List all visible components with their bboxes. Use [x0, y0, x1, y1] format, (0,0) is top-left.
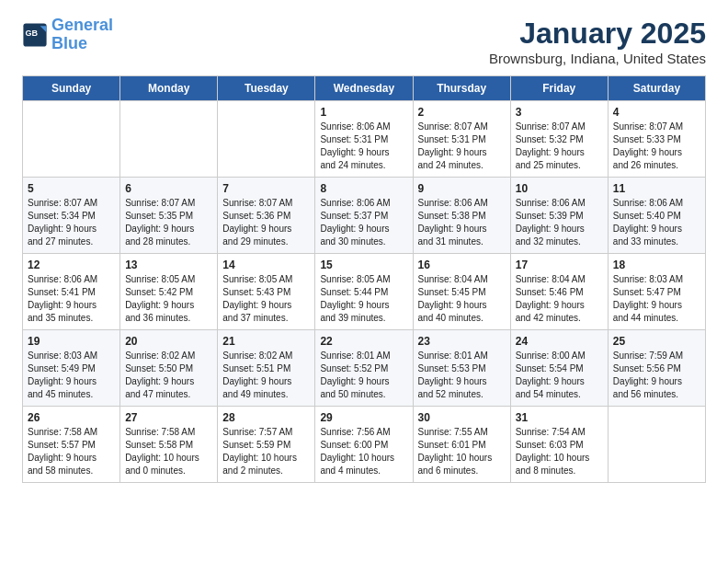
cell-text-line: Sunrise: 8:02 AM — [222, 350, 310, 362]
cell-text-line: Daylight: 10 hours — [222, 452, 310, 465]
calendar-cell: 21Sunrise: 8:02 AMSunset: 5:51 PMDayligh… — [218, 330, 315, 407]
header: GB General Blue January 2025 Brownsburg,… — [22, 17, 706, 66]
cell-text-line: Sunset: 5:54 PM — [516, 362, 603, 375]
cell-text-line: and 0 minutes. — [125, 465, 212, 477]
day-number: 16 — [418, 259, 506, 271]
cell-text-line: and 44 minutes. — [613, 312, 700, 325]
calendar-cell — [218, 101, 315, 178]
cell-text-line: Sunset: 5:31 PM — [320, 133, 407, 146]
cell-text-line: Daylight: 9 hours — [222, 299, 310, 312]
logo-icon: GB — [22, 22, 48, 48]
cell-text-line: and 8 minutes. — [516, 465, 603, 477]
day-number: 19 — [28, 335, 115, 348]
calendar-cell: 6Sunrise: 8:07 AMSunset: 5:35 PMDaylight… — [120, 178, 218, 254]
weekday-header-monday: Monday — [120, 76, 218, 101]
cell-text-line: and 42 minutes. — [516, 312, 603, 325]
cell-text-line: and 36 minutes. — [125, 312, 212, 325]
calendar-cell: 10Sunrise: 8:06 AMSunset: 5:39 PMDayligh… — [510, 178, 608, 254]
calendar-cell: 30Sunrise: 7:55 AMSunset: 6:01 PMDayligh… — [413, 407, 510, 483]
cell-text-line: Sunset: 6:01 PM — [418, 439, 506, 452]
day-number: 28 — [222, 411, 310, 424]
cell-text-line: Daylight: 9 hours — [418, 146, 506, 159]
weekday-header-friday: Friday — [510, 76, 608, 101]
cell-text-line: Sunrise: 8:05 AM — [222, 273, 310, 286]
day-number: 30 — [418, 411, 506, 424]
calendar-cell: 31Sunrise: 7:54 AMSunset: 6:03 PMDayligh… — [510, 407, 608, 483]
cell-text-line: and 2 minutes. — [222, 465, 310, 477]
cell-text-line: Sunrise: 8:06 AM — [320, 121, 407, 133]
cell-text-line: Sunset: 5:59 PM — [222, 439, 310, 452]
calendar-cell: 29Sunrise: 7:56 AMSunset: 6:00 PMDayligh… — [315, 407, 413, 483]
cell-text-line: Sunrise: 7:54 AM — [516, 426, 603, 439]
cell-text-line: and 25 minutes. — [516, 159, 603, 172]
calendar-cell — [608, 407, 705, 483]
week-row-2: 5Sunrise: 8:07 AMSunset: 5:34 PMDaylight… — [23, 178, 706, 254]
cell-text-line: Sunset: 5:43 PM — [222, 286, 310, 299]
cell-text-line: and 58 minutes. — [28, 465, 115, 477]
cell-text-line: Daylight: 9 hours — [516, 223, 603, 236]
cell-text-line: Sunrise: 8:05 AM — [125, 273, 212, 286]
cell-text-line: Sunset: 5:36 PM — [222, 210, 310, 223]
cell-text-line: Daylight: 10 hours — [125, 452, 212, 465]
cell-text-line: Daylight: 9 hours — [613, 223, 700, 236]
day-number: 24 — [516, 335, 603, 348]
cell-text-line: Daylight: 9 hours — [516, 299, 603, 312]
cell-text-line: Sunset: 5:51 PM — [222, 362, 310, 375]
calendar-cell: 22Sunrise: 8:01 AMSunset: 5:52 PMDayligh… — [315, 330, 413, 407]
cell-text-line: Sunset: 5:35 PM — [125, 210, 212, 223]
calendar-cell: 9Sunrise: 8:06 AMSunset: 5:38 PMDaylight… — [413, 178, 510, 254]
cell-text-line: Sunrise: 7:58 AM — [125, 426, 212, 439]
day-number: 8 — [320, 182, 407, 195]
logo-line1: General — [51, 16, 113, 34]
day-number: 4 — [613, 106, 700, 119]
cell-text-line: Sunrise: 7:59 AM — [613, 350, 700, 362]
cell-text-line: Sunset: 5:47 PM — [613, 286, 700, 299]
calendar-cell: 5Sunrise: 8:07 AMSunset: 5:34 PMDaylight… — [23, 178, 120, 254]
cell-text-line: Daylight: 9 hours — [125, 223, 212, 236]
svg-text:GB: GB — [26, 29, 39, 38]
cell-text-line: and 31 minutes. — [418, 236, 506, 248]
day-number: 17 — [516, 259, 603, 271]
cell-text-line: and 50 minutes. — [320, 388, 407, 401]
cell-text-line: Sunrise: 8:06 AM — [613, 197, 700, 210]
calendar-cell: 12Sunrise: 8:06 AMSunset: 5:41 PMDayligh… — [23, 254, 120, 330]
cell-text-line: Sunrise: 7:55 AM — [418, 426, 506, 439]
calendar-cell: 17Sunrise: 8:04 AMSunset: 5:46 PMDayligh… — [510, 254, 608, 330]
cell-text-line: Daylight: 9 hours — [613, 375, 700, 388]
calendar-cell: 19Sunrise: 8:03 AMSunset: 5:49 PMDayligh… — [23, 330, 120, 407]
day-number: 10 — [516, 182, 603, 195]
cell-text-line: Sunrise: 8:06 AM — [516, 197, 603, 210]
cell-text-line: Daylight: 9 hours — [125, 299, 212, 312]
cell-text-line: Sunset: 5:41 PM — [28, 286, 115, 299]
calendar-cell: 13Sunrise: 8:05 AMSunset: 5:42 PMDayligh… — [120, 254, 218, 330]
cell-text-line: and 33 minutes. — [613, 236, 700, 248]
cell-text-line: Daylight: 9 hours — [418, 223, 506, 236]
cell-text-line: and 35 minutes. — [28, 312, 115, 325]
cell-text-line: Daylight: 9 hours — [222, 375, 310, 388]
cell-text-line: Sunset: 5:33 PM — [613, 133, 700, 146]
cell-text-line: Sunset: 5:50 PM — [125, 362, 212, 375]
day-number: 14 — [222, 259, 310, 271]
cell-text-line: Sunrise: 7:56 AM — [320, 426, 407, 439]
calendar-cell: 28Sunrise: 7:57 AMSunset: 5:59 PMDayligh… — [218, 407, 315, 483]
cell-text-line: Sunset: 5:49 PM — [28, 362, 115, 375]
cell-text-line: and 6 minutes. — [418, 465, 506, 477]
cell-text-line: Sunrise: 8:06 AM — [418, 197, 506, 210]
cell-text-line: Daylight: 9 hours — [613, 146, 700, 159]
cell-text-line: and 56 minutes. — [613, 388, 700, 401]
weekday-header-tuesday: Tuesday — [218, 76, 315, 101]
day-number: 20 — [125, 335, 212, 348]
day-number: 18 — [613, 259, 700, 271]
cell-text-line: Sunset: 5:32 PM — [516, 133, 603, 146]
main-title: January 2025 — [489, 17, 706, 51]
calendar-cell — [23, 101, 120, 178]
cell-text-line: and 26 minutes. — [613, 159, 700, 172]
cell-text-line: Sunrise: 8:07 AM — [516, 121, 603, 133]
cell-text-line: and 4 minutes. — [320, 465, 407, 477]
cell-text-line: Sunrise: 8:07 AM — [418, 121, 506, 133]
subtitle: Brownsburg, Indiana, United States — [489, 51, 706, 66]
cell-text-line: Daylight: 9 hours — [28, 299, 115, 312]
day-number: 21 — [222, 335, 310, 348]
cell-text-line: Sunset: 5:52 PM — [320, 362, 407, 375]
cell-text-line: Daylight: 9 hours — [28, 375, 115, 388]
